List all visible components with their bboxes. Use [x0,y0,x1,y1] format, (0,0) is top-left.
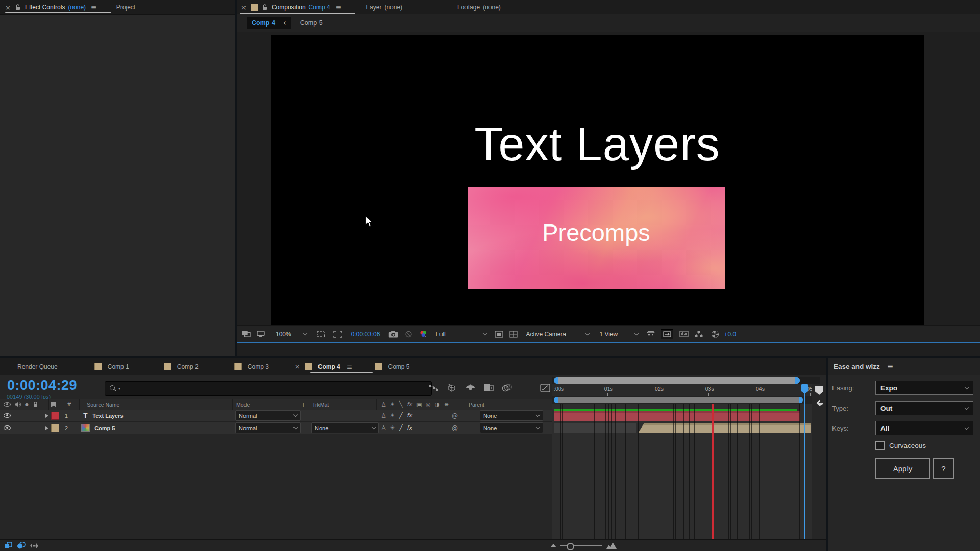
breadcrumb-back-icon[interactable]: ‹ [283,19,286,27]
keyframe-line[interactable] [759,404,760,539]
camera-dropdown[interactable]: Active Camera [526,331,589,338]
curvaceous-label[interactable]: Curvaceous [889,442,926,449]
easing-dropdown[interactable]: Expo [875,381,973,395]
tab-effect-controls[interactable]: Effect Controls [25,4,65,11]
fast-previews-icon[interactable] [679,331,689,337]
work-area-bar[interactable] [554,397,803,403]
keyframe-line[interactable] [689,404,690,539]
layer2-duration-bar[interactable] [638,423,811,433]
magnification-dropdown[interactable]: 100% [276,331,307,338]
blend-mode-dropdown[interactable]: Normal [235,410,301,421]
parent-dropdown[interactable]: None [480,410,543,421]
quality-toggle-icon[interactable]: ╱ [399,412,403,419]
graph-editor-icon[interactable] [540,384,550,392]
tab-layer[interactable]: Layer [366,4,381,11]
help-button[interactable]: ? [933,458,954,479]
toggle-transfer-controls-icon[interactable] [17,542,26,549]
shy-toggle-icon[interactable]: ♙ [381,412,386,419]
pickwhip-icon[interactable]: @ [452,425,458,431]
flowchart-icon[interactable] [695,331,703,337]
keyframe-line[interactable] [728,404,729,539]
panel-menu-icon[interactable]: ≡ [347,363,353,370]
timeline-graph-area[interactable] [552,404,820,539]
collapse-toggle-icon[interactable]: ☀ [390,412,395,419]
tab-composition[interactable]: Composition [272,4,306,11]
current-timecode[interactable]: 0:00:04:29 [7,378,77,393]
trkmat-dropdown[interactable]: None [311,422,379,433]
resolution-dropdown[interactable]: Full [435,331,486,338]
keyframe-line[interactable] [605,404,606,539]
panel-menu-icon[interactable]: ≡ [91,4,97,11]
keyframe-line[interactable] [608,404,609,539]
parent-column-header[interactable]: Parent [469,402,484,408]
layer-row-2[interactable]: 2 Comp 5 Normal None ♙ ☀ ╱ fx @ None [0,422,552,434]
marquee-icon[interactable] [317,330,326,338]
t-column-header[interactable]: T [302,402,305,408]
source-name-column-header[interactable]: Source Name [87,402,119,408]
eye-icon[interactable] [4,425,11,430]
exposure-value[interactable]: +0.0 [724,331,736,338]
mini-flowchart-icon[interactable] [429,384,438,392]
composition-viewport[interactable]: Text Layers Precomps [271,35,924,333]
tab-footage[interactable]: Footage [457,4,480,11]
layer-name[interactable]: Text Layers [92,413,123,419]
keys-dropdown[interactable]: All [875,421,973,435]
work-area-handle-left[interactable] [554,397,558,403]
keyframe-line[interactable] [625,404,626,539]
tab-comp-3[interactable]: Comp 3 [248,363,269,370]
curvaceous-checkbox[interactable] [875,441,885,450]
expander-triangle-icon[interactable] [45,414,48,418]
tab-comp-1[interactable]: Comp 1 [108,363,129,370]
zoom-in-mountain-icon[interactable] [606,543,617,549]
keyframe-line[interactable] [673,404,674,539]
snapshot-camera-icon[interactable] [388,331,398,338]
comp-color-swatch[interactable] [251,4,258,11]
keyframe-line[interactable] [694,404,695,539]
keyframe-line[interactable] [799,404,800,539]
effects-toggle-icon[interactable]: fx [407,424,412,431]
comp-marker-bin-icon[interactable] [815,386,823,395]
target-region-icon[interactable] [495,331,503,338]
draft-3d-icon[interactable] [447,383,457,392]
close-icon[interactable]: × [241,4,247,11]
shy-toggle-icon[interactable]: ♙ [381,424,386,432]
trkmat-column-header[interactable]: TrkMat [312,402,329,408]
close-icon[interactable]: × [295,363,300,370]
panel-menu-icon[interactable]: ≡ [336,4,342,11]
keyframe-line[interactable] [638,404,639,539]
reset-exposure-icon[interactable] [711,330,719,338]
eye-icon[interactable] [4,413,11,418]
pickwhip-icon[interactable]: @ [452,413,458,419]
keyframe-line[interactable] [751,404,752,539]
zoom-out-mountain-icon[interactable] [550,544,556,547]
keyframe-line[interactable] [737,404,738,539]
lock-icon[interactable] [15,4,20,10]
view-layout-dropdown[interactable]: 1 View [599,331,638,338]
share-view-icon[interactable] [646,331,655,337]
tab-project[interactable]: Project [116,4,135,11]
show-channels-icon[interactable] [419,330,427,338]
layer-row-1[interactable]: 1 T Text Layers Normal ♙ ☀ ╱ fx @ None [0,410,552,422]
frame-blending-icon[interactable] [484,384,494,392]
type-dropdown[interactable]: Out [875,401,973,415]
breadcrumb-current[interactable]: Comp 4 [252,19,275,27]
show-snapshot-icon[interactable] [405,331,412,338]
time-navigator-track[interactable] [552,377,820,384]
region-of-interest-icon[interactable] [333,331,342,338]
tab-render-queue[interactable]: Render Queue [17,363,58,370]
effects-toggle-icon[interactable]: fx [407,412,412,419]
keyframe-line[interactable] [749,404,750,539]
navigator-handle-right[interactable] [795,377,800,384]
time-ruler[interactable]: :00s01s02s03s04s05s [552,384,820,397]
expander-triangle-icon[interactable] [45,426,48,430]
work-area-track[interactable] [552,396,820,404]
toggle-layer-switches-icon[interactable] [4,542,13,549]
navigator-handle-left[interactable] [554,377,558,384]
ease-panel-title[interactable]: Ease and wizz [834,363,880,370]
toggle-inout-panes-icon[interactable] [30,542,39,549]
layer1-duration-bar[interactable] [554,411,800,421]
layer-label-swatch[interactable] [51,424,59,432]
mode-column-header[interactable]: Mode [236,402,250,408]
main-display-icon[interactable] [257,331,265,337]
pixel-aspect-correction-icon[interactable] [661,329,673,339]
